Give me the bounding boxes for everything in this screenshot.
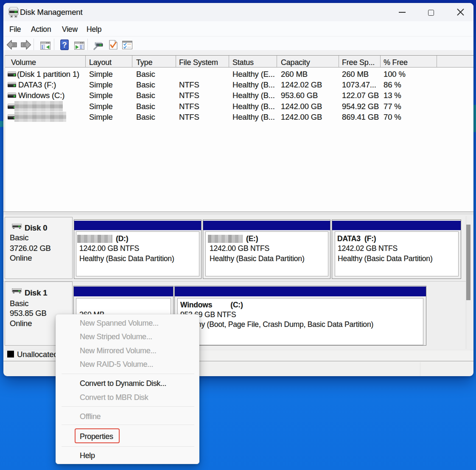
svg-text:?: ? — [62, 41, 67, 49]
